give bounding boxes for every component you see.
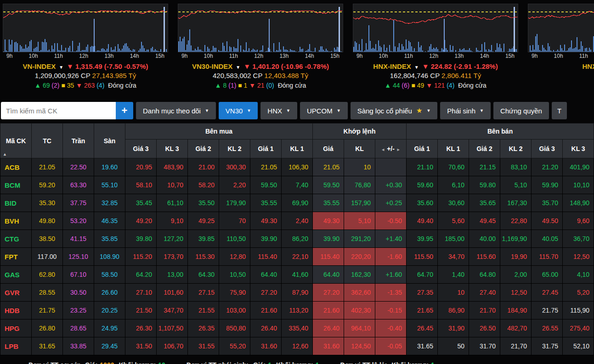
price-cell: 101,60 (157, 284, 188, 302)
intraday-chart (528, 4, 594, 52)
toolbar-button-phái-sinh[interactable]: Phái sinh▼ (440, 102, 491, 119)
stock-price-board: 9h10h11h12h13h14h15h VN-INDEX▼▼ 1,315.49… (0, 0, 594, 364)
price-cell: 26.35 (188, 319, 219, 337)
price-cell: 115.60 (469, 248, 500, 266)
table-row-LPB[interactable]: LPB31.6533.8529.4531.50106,7031.5555,203… (0, 337, 594, 355)
price-cell: 62.80 (32, 266, 63, 284)
search-input[interactable] (1, 102, 116, 119)
price-cell: -0.05 (375, 337, 407, 355)
symbol-cell[interactable]: BID (0, 194, 32, 212)
toolbar-button-sàng-lọc-cổ-phiếu[interactable]: Sàng lọc cổ phiếu★▼ (351, 102, 438, 119)
chevron-down-icon: ▼ (480, 108, 484, 113)
price-cell: 21.75 (532, 302, 563, 319)
symbol-cell[interactable]: GVR (0, 284, 32, 302)
price-cell: 26.60 (94, 284, 125, 302)
footer-item: Đơn vị TT cơ sở:Giá:1000Khối lượng:10 (28, 361, 165, 364)
price-cell: 2,20 (219, 176, 250, 194)
price-cell: 35.55 (313, 194, 344, 212)
price-cell: 347,70 (157, 302, 188, 319)
chevron-down-icon[interactable]: ▼ (59, 65, 63, 70)
chart-time-axis: 9h10h11h12h13h14h15h (528, 52, 594, 60)
symbol-cell[interactable]: HDB (0, 302, 32, 319)
price-cell: 106,30 (282, 158, 313, 176)
symbol-cell[interactable]: ACB (0, 158, 32, 176)
chart-time-axis: 9h10h11h12h13h14h15h (353, 52, 518, 60)
price-cell: 59.80 (469, 176, 500, 194)
time-label: 10h (379, 53, 388, 60)
price-cell (375, 158, 407, 176)
time-label: 15h (155, 53, 164, 60)
unchanged-count: ■ 35 (61, 82, 74, 89)
symbol-cell[interactable]: LPB (0, 337, 32, 355)
col-header-symbol[interactable]: Mã CK▲ (0, 123, 32, 158)
group-header: Khớp lệnh (313, 123, 407, 140)
symbol-cell[interactable]: FPT (0, 248, 32, 266)
col-header: KL 1 (282, 140, 313, 158)
toolbar-button-upcom[interactable]: UPCOM▼ (300, 102, 348, 119)
symbol-cell[interactable]: GAS (0, 266, 32, 284)
price-cell: +0.25 (375, 194, 407, 212)
table-row-CTG[interactable]: CTG38.5041.1535.8539.80127,2039.85110,50… (0, 230, 594, 248)
symbol-cell[interactable]: BCM (0, 176, 32, 194)
price-cell: 115.50 (407, 248, 438, 266)
index-value: ▼ 1,315.49 (-7.50 -0.57%) (67, 62, 148, 70)
price-cell: 125.10 (63, 248, 94, 266)
toolbar-button-label: T (557, 107, 561, 115)
prev-depth-icon[interactable]: ◄ (381, 147, 385, 152)
price-cell: 30.50 (63, 284, 94, 302)
price-cell: 12,80 (219, 248, 250, 266)
toolbar-button-chứng-quyền[interactable]: Chứng quyền (493, 102, 549, 119)
table-row-GAS[interactable]: GAS62.8067.1058.5064.2013,0064.3010,5064… (0, 266, 594, 284)
price-cell: 27.20 (250, 284, 282, 302)
price-cell: 113,20 (282, 302, 313, 319)
table-row-HPG[interactable]: HPG26.8028.6524.9526.301,107,5026.35850,… (0, 319, 594, 337)
next-depth-icon[interactable]: ► (396, 147, 401, 152)
table-row-BCM[interactable]: BCM59.2063.3055.1058.1010,7058.202,2059.… (0, 176, 594, 194)
toolbar-button-vn30[interactable]: VN30▼ (219, 102, 258, 119)
toolbar-button-hnx[interactable]: HNX▼ (260, 102, 297, 119)
symbol-cell[interactable]: CTG (0, 230, 32, 248)
price-cell: 10 (344, 158, 375, 176)
table-row-HDB[interactable]: HDB21.7523.2520.2521.50347,7021.55103,00… (0, 302, 594, 319)
price-cell: 27.40 (469, 284, 500, 302)
col-header: Giá 2 (469, 140, 500, 158)
price-cell: 185,00 (438, 230, 469, 248)
price-cell: 67.10 (63, 266, 94, 284)
price-cell: 58.20 (188, 176, 219, 194)
square-icon: ■ (238, 82, 242, 89)
price-cell: 7,40 (282, 176, 313, 194)
col-header: KL 1 (438, 140, 469, 158)
col-header: KL 2 (219, 140, 250, 158)
chevron-down-icon[interactable]: ▼ (414, 65, 419, 70)
price-cell: 41,60 (282, 266, 313, 284)
add-symbol-button[interactable]: + (116, 102, 133, 119)
table-row-FPT[interactable]: FPT117.00125.10108.90115.20173,70115.301… (0, 248, 594, 266)
price-cell: 1,40 (438, 266, 469, 284)
price-cell: 64.20 (125, 266, 157, 284)
table-row-ACB[interactable]: ACB21.0522.5019.6020.95483,9021.00300,30… (0, 158, 594, 176)
intraday-chart (3, 4, 168, 52)
table-row-BVH[interactable]: BVH49.8053.2046.3549.209,1049.257049.302… (0, 212, 594, 230)
price-cell: 76,80 (344, 176, 375, 194)
price-cell: 362,60 (344, 284, 375, 302)
col-header: Trần (63, 123, 94, 158)
chevron-down-icon[interactable]: ▼ (236, 65, 240, 70)
table-row-BID[interactable]: BID35.3037.7532.8535.4561,1035.50179,903… (0, 194, 594, 212)
price-cell: 64.70 (407, 266, 438, 284)
price-cell: 9,60 (563, 212, 594, 230)
toolbar-button-t[interactable]: T (552, 102, 567, 119)
price-cell: 36,70 (563, 230, 594, 248)
price-cell: 402,30 (344, 302, 375, 319)
decliners-count: ▼ 121 (426, 82, 445, 89)
price-cell: 27.45 (532, 284, 563, 302)
table-row-GVR[interactable]: GVR28.5530.5026.6027.10101,6027.1575,902… (0, 284, 594, 302)
arrow-down-icon: ▼ (76, 82, 82, 89)
price-cell: +1.40 (375, 230, 407, 248)
price-cell: 108.90 (94, 248, 125, 266)
price-cell: 21.05 (313, 158, 344, 176)
symbol-cell[interactable]: BVH (0, 212, 32, 230)
index-volume: 162,804,746 CP (390, 72, 440, 79)
symbol-cell[interactable]: HPG (0, 319, 32, 337)
index-turnover: 2,806.411 Tỷ (441, 72, 481, 79)
toolbar-button-danh-mục-theo-dõi[interactable]: Danh mục theo dõi▼ (136, 102, 216, 119)
